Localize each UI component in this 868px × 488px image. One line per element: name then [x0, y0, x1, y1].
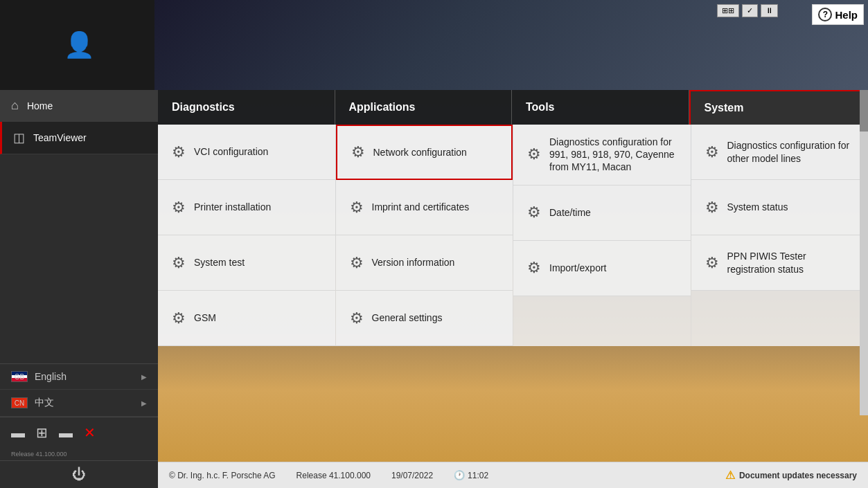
- footer-time-group: 🕐 11:02: [454, 470, 488, 480]
- language-chinese-label: 中文: [35, 397, 54, 409]
- sidebar-home-label: Home: [27, 100, 53, 111]
- flag-gb-icon: GB: [11, 371, 28, 382]
- system-column: Diagnostics configuration for other mode…: [691, 125, 869, 346]
- clock-icon: 🕐: [454, 470, 465, 480]
- chevron-right-icon: ▶: [141, 373, 147, 381]
- diag-config-other-label: Diagnostics configuration for other mode…: [727, 139, 855, 164]
- question-mark-icon: ?: [818, 8, 832, 21]
- top-bar: ? Help ⊞⊞ ✓ ⏸: [154, 0, 868, 90]
- menu-item-diag-config-991[interactable]: Diagnostics configuration for 991, 981, …: [513, 125, 691, 186]
- sidebar-language-english[interactable]: GB English ▶: [0, 364, 158, 390]
- check-icon: ✓: [742, 4, 758, 17]
- diag-config-991-label: Diagnostics configuration for 991, 981, …: [549, 136, 677, 174]
- menu-item-datetime[interactable]: Date/time: [513, 186, 691, 241]
- system-status-label: System status: [727, 201, 788, 213]
- menu-header-applications[interactable]: Applications: [335, 90, 513, 125]
- printer-install-label: Printer installation: [194, 201, 271, 213]
- menu-item-system-test[interactable]: System test: [158, 235, 335, 291]
- footer-date: 19/07/2022: [391, 471, 433, 480]
- sidebar-language-chinese[interactable]: CN 中文 ▶: [0, 390, 158, 417]
- scrollbar[interactable]: [860, 90, 868, 415]
- network-config-label: Network configuration: [373, 146, 467, 159]
- menu-item-import-export[interactable]: Import/export: [513, 241, 691, 296]
- general-settings-label: General settings: [372, 311, 443, 324]
- sidebar-teamviewer-label: TeamViewer: [33, 132, 87, 143]
- top-bar-indicators: ⊞⊞ ✓ ⏸: [717, 4, 778, 17]
- power-button[interactable]: ⏻: [72, 467, 86, 482]
- menu-header-diagnostics[interactable]: Diagnostics: [158, 90, 335, 125]
- close-icon: ✕: [84, 424, 96, 441]
- gear-icon-printer: [172, 199, 186, 217]
- footer-warning: ⚠ Document updates necessary: [725, 469, 857, 482]
- tools-column: Diagnostics configuration for 991, 981, …: [513, 125, 691, 346]
- tools-header-label: Tools: [526, 101, 554, 114]
- menu-item-system-status[interactable]: System status: [691, 180, 869, 235]
- sidebar-languages: GB English ▶ CN 中文 ▶: [0, 363, 158, 417]
- gear-icon-gsm: [172, 309, 186, 327]
- gear-icon-system-test: [172, 254, 186, 272]
- menu-header-system[interactable]: System: [689, 90, 869, 125]
- sidebar: 👤 ⌂ Home ◫ TeamViewer GB English ▶ CN 中文…: [0, 0, 158, 488]
- footer-copyright: © Dr. Ing. h.c. F. Porsche AG: [169, 471, 276, 480]
- warning-triangle-icon: ⚠: [725, 469, 735, 482]
- gear-icon-vci: [172, 143, 186, 161]
- gsm-label: GSM: [194, 311, 216, 324]
- menu-header-tools[interactable]: Tools: [512, 90, 689, 125]
- sidebar-item-home[interactable]: ⌂ Home: [0, 90, 158, 122]
- language-english-label: English: [35, 371, 67, 382]
- menu-item-ppn-piwis[interactable]: PPN PIWIS Tester registration status: [691, 235, 869, 291]
- sidebar-power-section: ⏻: [0, 460, 158, 488]
- footer-warning-label: Document updates necessary: [739, 471, 857, 480]
- user-icon: 👤: [64, 30, 95, 60]
- help-label: Help: [835, 9, 858, 21]
- gear-icon-ppn: [705, 254, 719, 272]
- flag-cn-icon: CN: [11, 397, 28, 408]
- home-icon: ⌂: [11, 98, 19, 113]
- applications-header-label: Applications: [349, 101, 416, 114]
- version-info-label: Version information: [372, 256, 455, 269]
- grid-icon: ⊞⊞: [717, 4, 739, 17]
- menu-item-diag-config-other[interactable]: Diagnostics configuration for other mode…: [691, 125, 869, 180]
- gear-icon-diag-other: [705, 143, 719, 161]
- footer-time: 11:02: [468, 471, 488, 480]
- sidebar-release: Release 41.100.000: [0, 448, 158, 460]
- menu-item-gsm[interactable]: GSM: [158, 291, 335, 346]
- menu-item-network-config[interactable]: Network configuration: [336, 125, 513, 180]
- diagnostics-column: VCI configuration Printer installation S…: [158, 125, 336, 346]
- gear-icon-imprint: [350, 199, 364, 217]
- wifi-icon: ⊞: [36, 424, 48, 441]
- gear-icon-sys-status: [705, 199, 719, 217]
- applications-column: Network configuration Imprint and certif…: [336, 125, 514, 346]
- ppn-piwis-label: PPN PIWIS Tester registration status: [727, 250, 855, 275]
- sidebar-item-teamviewer[interactable]: ◫ TeamViewer: [0, 122, 158, 154]
- footer-release: Release 41.100.000: [296, 471, 371, 480]
- sidebar-nav: ⌂ Home ◫ TeamViewer: [0, 90, 158, 363]
- menu-area: Diagnostics Applications Tools System VC…: [158, 90, 868, 415]
- system-header-label: System: [705, 102, 744, 114]
- footer: © Dr. Ing. h.c. F. Porsche AG Release 41…: [158, 462, 868, 488]
- gear-icon-settings: [350, 309, 364, 327]
- help-button[interactable]: ? Help: [812, 4, 864, 25]
- import-export-label: Import/export: [549, 262, 606, 274]
- system-test-label: System test: [194, 256, 245, 269]
- battery-icon: ▬: [11, 425, 25, 441]
- imprint-certs-label: Imprint and certificates: [372, 201, 470, 213]
- gear-icon-network: [351, 143, 365, 161]
- menu-item-imprint[interactable]: Imprint and certificates: [336, 180, 513, 235]
- diagnostics-header-label: Diagnostics: [172, 101, 235, 114]
- menu-item-printer-install[interactable]: Printer installation: [158, 180, 335, 235]
- menu-item-vci-config[interactable]: VCI configuration: [158, 125, 335, 180]
- battery-status-icon: ▬: [59, 425, 73, 441]
- scroll-thumb[interactable]: [860, 90, 868, 132]
- menu-item-general-settings[interactable]: General settings: [336, 291, 513, 346]
- chevron-right-icon-cn: ▶: [141, 399, 147, 407]
- vci-config-label: VCI configuration: [194, 145, 268, 158]
- menu-grid: VCI configuration Printer installation S…: [158, 125, 868, 346]
- menu-item-version-info[interactable]: Version information: [336, 235, 513, 291]
- gear-icon-import: [527, 259, 541, 277]
- gear-icon-diag991: [527, 145, 541, 163]
- top-bar-controls: ? Help: [812, 4, 864, 25]
- gear-icon-datetime: [527, 204, 541, 222]
- datetime-label: Date/time: [549, 206, 591, 219]
- sidebar-bottom-icons: ▬ ⊞ ▬ ✕: [0, 417, 158, 448]
